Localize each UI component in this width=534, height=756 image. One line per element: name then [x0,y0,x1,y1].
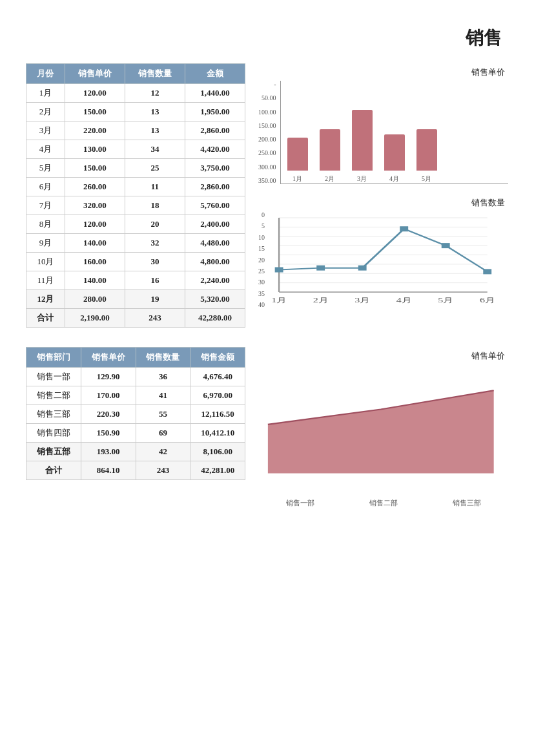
bar-y-axis: 350.00300.00250.00200.00150.00100.0050.0… [258,81,279,184]
monthly-table: 月份销售单价销售数量金额 1月120.00121,440.002月150.001… [26,63,245,328]
svg-rect-15 [358,266,367,271]
svg-text:2月: 2月 [313,297,329,304]
bar-chart-box: 销售单价 350.00300.00250.00200.00150.00100.0… [258,63,508,187]
svg-rect-17 [400,226,408,231]
line-chart-title: 销售数量 [258,197,508,209]
svg-text:129.90: 129.90 [258,412,282,421]
svg-text:6月: 6月 [480,297,495,304]
svg-text:1月: 1月 [271,297,287,304]
area-x-labels: 销售一部销售二部销售三部 [258,498,508,508]
section-monthly: 月份销售单价销售数量金额 1月120.00121,440.002月150.001… [26,63,508,328]
svg-text:5月: 5月 [438,297,453,304]
svg-rect-11 [275,268,283,273]
area-chart-box: 销售单价 129.90170.00220.30 销售一部销售二部销售三部 [258,347,508,511]
area-chart-svg: 129.90170.00220.30 [258,364,508,494]
svg-text:4月: 4月 [396,297,412,304]
svg-text:220.30: 220.30 [479,378,508,386]
bar-group: 4月 [384,134,405,184]
line-y-axis: 4035302520151050 [258,211,267,308]
section-dept: 销售部门销售单价销售数量销售金额 销售一部129.90364,676.40销售二… [26,347,508,511]
bar-group: 2月 [320,129,340,184]
monthly-table-container: 月份销售单价销售数量金额 1月120.00121,440.002月150.001… [26,63,245,328]
svg-text:170.00: 170.00 [366,397,395,405]
bar [416,129,437,171]
dept-table-container: 销售部门销售单价销售数量销售金额 销售一部129.90364,676.40销售二… [26,347,245,511]
bar [352,110,373,171]
svg-text:3月: 3月 [354,297,370,304]
bar-chart-inner: 1月2月3月4月5月 [280,81,509,184]
dept-table: 销售部门销售单价销售数量销售金额 销售一部129.90364,676.40销售二… [26,347,245,480]
bar [287,138,308,171]
page-title: 销售 [26,26,508,50]
bar-group: 5月 [416,129,437,184]
area-chart-title: 销售单价 [258,350,508,362]
bar-group: 3月 [352,110,373,184]
line-chart-svg: 1月2月3月4月5月6月 [269,211,508,308]
bar [384,134,405,171]
svg-rect-19 [442,243,450,248]
bar-chart-title: 销售单价 [258,67,508,78]
svg-rect-13 [316,266,325,271]
bar [320,129,340,171]
svg-rect-21 [483,269,491,274]
bar-group: 1月 [287,138,308,184]
charts-area: 销售单价 350.00300.00250.00200.00150.00100.0… [258,63,508,328]
line-chart-box: 销售数量 4035302520151050 1月2月3月4月5月6月 [258,194,508,314]
area-chart-area: 销售单价 129.90170.00220.30 销售一部销售二部销售三部 [258,347,508,511]
